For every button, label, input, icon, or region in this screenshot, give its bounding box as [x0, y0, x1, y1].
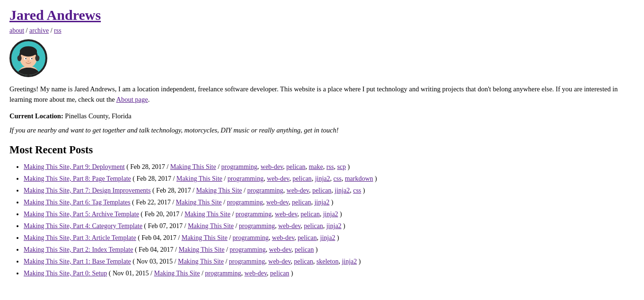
tag-comma: ,: [257, 163, 261, 170]
post-category-link[interactable]: Making This Site: [178, 258, 224, 265]
post-tag-link[interactable]: web-dev: [287, 187, 309, 194]
post-tag-link[interactable]: web-dev: [245, 270, 267, 277]
post-category-link[interactable]: Making This Site: [188, 222, 234, 229]
post-tag-link[interactable]: jinja2: [320, 234, 335, 241]
post-tag-link[interactable]: jinja2: [326, 222, 342, 229]
post-close-paren: ): [357, 258, 361, 265]
post-title-link[interactable]: Making This Site, Part 0: Setup: [24, 270, 107, 277]
posts-list: Making This Site, Part 9: Deployment ( F…: [9, 162, 635, 278]
post-slash: /: [230, 211, 236, 218]
post-title-link[interactable]: Making This Site, Part 4: Category Templ…: [24, 222, 142, 229]
post-tag-link[interactable]: programming: [227, 199, 263, 206]
post-title-link[interactable]: Making This Site, Part 6: Tag Templates: [24, 199, 131, 206]
post-close-paren: ): [361, 187, 365, 194]
post-tag-link[interactable]: web-dev: [272, 234, 294, 241]
post-tag-link[interactable]: web-dev: [269, 246, 291, 253]
post-tag-link[interactable]: scp: [337, 163, 346, 170]
tag-comma: ,: [312, 175, 315, 182]
tag-comma: ,: [283, 187, 287, 194]
site-title-container: Jared Andrews: [9, 7, 635, 27]
post-category-link[interactable]: Making This Site: [185, 211, 230, 218]
post-title-link[interactable]: Making This Site, Part 3: Article Templa…: [24, 234, 136, 241]
post-close-paren: ): [289, 270, 293, 277]
post-tag-link[interactable]: pelican: [292, 175, 311, 182]
about-page-link[interactable]: About page: [116, 96, 148, 103]
post-title-link[interactable]: Making This Site, Part 7: Design Improve…: [24, 187, 150, 194]
post-tag-link[interactable]: programming: [229, 246, 265, 253]
post-tag-link[interactable]: skeleton: [317, 258, 339, 265]
location-value: Pinellas County, Florida: [63, 112, 132, 120]
post-tag-link[interactable]: jinja2: [335, 187, 350, 194]
intro-text-before: Greetings! My name is Jared Andrews, I a…: [9, 85, 618, 103]
post-tag-link[interactable]: jinja2: [323, 211, 338, 218]
post-tag-link[interactable]: web-dev: [275, 211, 297, 218]
post-tag-link[interactable]: rss: [326, 163, 334, 170]
post-category-link[interactable]: Making This Site: [178, 246, 224, 253]
post-tag-link[interactable]: pelican: [286, 163, 305, 170]
post-tag-link[interactable]: programming: [221, 163, 257, 170]
post-tag-link[interactable]: pelican: [312, 187, 331, 194]
intro-text: Greetings! My name is Jared Andrews, I a…: [9, 84, 634, 105]
nav-rss[interactable]: rss: [54, 27, 62, 34]
post-title-link[interactable]: Making This Site, Part 9: Deployment: [24, 163, 125, 170]
tag-comma: ,: [309, 187, 312, 194]
post-tag-link[interactable]: jinja2: [342, 258, 357, 265]
post-tag-link[interactable]: web-dev: [261, 163, 283, 170]
post-tag-link[interactable]: make: [309, 163, 323, 170]
nav-about[interactable]: about: [9, 27, 24, 34]
post-date: ( Feb 28, 2017 /: [125, 163, 170, 170]
post-tag-link[interactable]: web-dev: [267, 175, 289, 182]
post-tag-link[interactable]: css: [334, 175, 342, 182]
post-title-link[interactable]: Making This Site, Part 2: Index Template: [24, 246, 133, 253]
post-tag-link[interactable]: web-dev: [268, 258, 291, 265]
post-category-link[interactable]: Making This Site: [196, 187, 242, 194]
post-tag-link[interactable]: programming: [228, 175, 264, 182]
post-close-paren: ): [314, 246, 318, 253]
avatar-svg: [11, 41, 45, 76]
tagline: If you are nearby and want to get togeth…: [9, 126, 635, 134]
post-date: ( Feb 04, 2017 /: [133, 246, 178, 253]
list-item: Making This Site, Part 4: Category Templ…: [24, 221, 635, 231]
post-tag-link[interactable]: pelican: [300, 211, 319, 218]
post-tag-link[interactable]: programming: [229, 258, 265, 265]
list-item: Making This Site, Part 9: Deployment ( F…: [24, 162, 635, 172]
tag-comma: ,: [323, 163, 326, 170]
site-title-link[interactable]: Jared Andrews: [9, 7, 101, 23]
post-category-link[interactable]: Making This Site: [170, 163, 216, 170]
post-tag-link[interactable]: pelican: [298, 234, 317, 241]
post-tag-link[interactable]: web-dev: [278, 222, 300, 229]
nav-sep-2: /: [51, 27, 54, 34]
post-category-link[interactable]: Making This Site: [176, 199, 222, 206]
post-tag-link[interactable]: jinja2: [315, 175, 330, 182]
post-tag-link[interactable]: web-dev: [266, 199, 289, 206]
svg-point-11: [27, 61, 29, 62]
post-category-link[interactable]: Making This Site: [182, 234, 228, 241]
post-close-paren: ): [329, 199, 333, 206]
post-tag-link[interactable]: css: [353, 187, 361, 194]
post-tag-link[interactable]: pelican: [292, 199, 311, 206]
post-tag-link[interactable]: pelican: [295, 246, 314, 253]
post-slash: /: [222, 175, 228, 182]
post-slash: /: [234, 222, 239, 229]
post-category-link[interactable]: Making This Site: [176, 175, 222, 182]
post-tag-link[interactable]: programming: [247, 187, 283, 194]
post-tag-link[interactable]: programming: [233, 234, 269, 241]
post-tag-link[interactable]: programming: [236, 211, 272, 218]
post-tag-link[interactable]: markdown: [345, 175, 373, 182]
post-title-link[interactable]: Making This Site, Part 1: Base Template: [24, 258, 131, 265]
tag-comma: ,: [317, 234, 320, 241]
nav-archive[interactable]: archive: [29, 27, 49, 34]
post-tag-link[interactable]: pelican: [294, 258, 313, 265]
post-tag-link[interactable]: jinja2: [314, 199, 329, 206]
post-date: ( Feb 20, 2017 /: [139, 211, 185, 218]
post-date: ( Feb 04, 2017 /: [136, 234, 182, 241]
post-tag-link[interactable]: programming: [239, 222, 275, 229]
post-tag-link[interactable]: programming: [205, 270, 241, 277]
post-title-link[interactable]: Making This Site, Part 8: Page Template: [24, 175, 131, 182]
post-title-link[interactable]: Making This Site, Part 5: Archive Templa…: [24, 211, 139, 218]
post-slash: /: [222, 199, 227, 206]
post-category-link[interactable]: Making This Site: [154, 270, 200, 277]
tag-comma: ,: [313, 258, 317, 265]
post-tag-link[interactable]: pelican: [304, 222, 323, 229]
post-tag-link[interactable]: pelican: [270, 270, 289, 277]
